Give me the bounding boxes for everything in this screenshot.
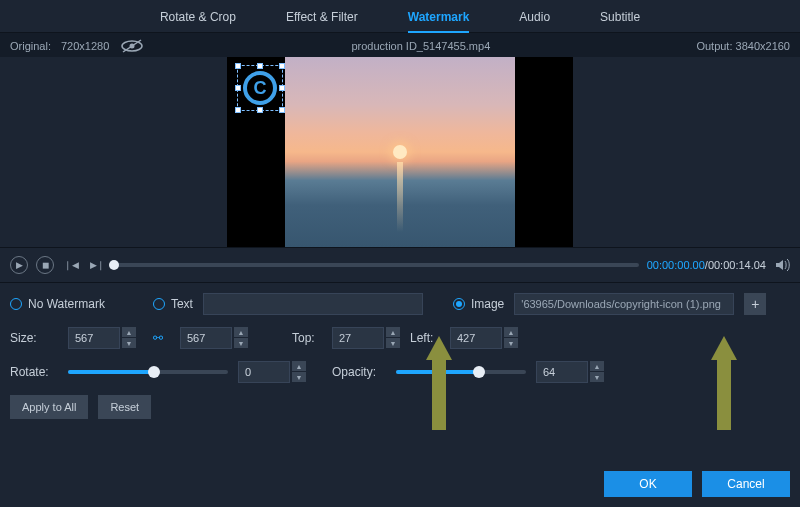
rotate-input[interactable]	[238, 361, 290, 383]
opacity-up[interactable]: ▲	[590, 361, 604, 371]
size-width-down[interactable]: ▼	[122, 338, 136, 348]
size-height-stepper[interactable]: ▲▼	[180, 327, 248, 349]
opacity-knob[interactable]	[473, 366, 485, 378]
size-height-up[interactable]: ▲	[234, 327, 248, 337]
tab-subtitle[interactable]: Subtitle	[600, 10, 640, 24]
rotate-slider[interactable]	[68, 370, 228, 374]
image-path-input[interactable]	[514, 293, 734, 315]
radio-image[interactable]: Image	[453, 297, 504, 311]
cancel-button[interactable]: Cancel	[702, 471, 790, 497]
left-input[interactable]	[450, 327, 502, 349]
volume-icon[interactable]	[774, 257, 790, 273]
watermark-overlay[interactable]: C	[237, 65, 283, 111]
time-total: 00:00:14.04	[708, 259, 766, 271]
stop-button[interactable]: ◼	[36, 256, 54, 274]
radio-no-watermark[interactable]: No Watermark	[10, 297, 105, 311]
tab-audio[interactable]: Audio	[519, 10, 550, 24]
filename: production ID_5147455.mp4	[351, 40, 490, 52]
output-value: 3840x2160	[736, 40, 790, 52]
opacity-input[interactable]	[536, 361, 588, 383]
info-bar: Original: 720x1280 production ID_5147455…	[0, 33, 800, 57]
size-width-input[interactable]	[68, 327, 120, 349]
preview-toggle-icon[interactable]	[119, 39, 145, 53]
top-up[interactable]: ▲	[386, 327, 400, 337]
tab-rotate-crop[interactable]: Rotate & Crop	[160, 10, 236, 24]
size-width-up[interactable]: ▲	[122, 327, 136, 337]
left-up[interactable]: ▲	[504, 327, 518, 337]
opacity-slider[interactable]	[396, 370, 526, 374]
size-width-stepper[interactable]: ▲▼	[68, 327, 136, 349]
left-label: Left:	[410, 331, 440, 345]
left-down[interactable]: ▼	[504, 338, 518, 348]
size-height-down[interactable]: ▼	[234, 338, 248, 348]
play-button[interactable]: ▶	[10, 256, 28, 274]
video-frame	[285, 57, 515, 247]
rotate-knob[interactable]	[148, 366, 160, 378]
ok-button[interactable]: OK	[604, 471, 692, 497]
rotate-down[interactable]: ▼	[292, 372, 306, 382]
text-watermark-input[interactable]	[203, 293, 423, 315]
left-stepper[interactable]: ▲▼	[450, 327, 518, 349]
top-input[interactable]	[332, 327, 384, 349]
reset-button[interactable]: Reset	[98, 395, 151, 419]
rotate-up[interactable]: ▲	[292, 361, 306, 371]
seek-track[interactable]	[114, 263, 639, 267]
output-label: Output:	[696, 40, 732, 52]
aspect-lock-icon[interactable]: ⚯	[148, 328, 168, 348]
tab-effect-filter[interactable]: Effect & Filter	[286, 10, 358, 24]
size-label: Size:	[10, 331, 58, 345]
time-current: 00:00:00.00	[647, 259, 705, 271]
opacity-stepper[interactable]: ▲▼	[536, 361, 604, 383]
original-label: Original:	[10, 40, 51, 52]
apply-to-all-button[interactable]: Apply to All	[10, 395, 88, 419]
seek-knob[interactable]	[109, 260, 119, 270]
top-stepper[interactable]: ▲▼	[332, 327, 400, 349]
video-preview[interactable]: C	[227, 57, 573, 247]
add-image-button[interactable]: +	[744, 293, 766, 315]
radio-text[interactable]: Text	[153, 297, 193, 311]
size-height-input[interactable]	[180, 327, 232, 349]
top-label: Top:	[292, 331, 322, 345]
prev-frame-button[interactable]: ❘◀	[62, 256, 80, 274]
opacity-down[interactable]: ▼	[590, 372, 604, 382]
rotate-stepper[interactable]: ▲▼	[238, 361, 306, 383]
time-display: 00:00:00.00/00:00:14.04	[647, 259, 766, 271]
rotate-label: Rotate:	[10, 365, 58, 379]
original-value: 720x1280	[61, 40, 109, 52]
next-frame-button[interactable]: ▶❘	[88, 256, 106, 274]
opacity-label: Opacity:	[332, 365, 386, 379]
tab-watermark[interactable]: Watermark	[408, 10, 470, 33]
top-down[interactable]: ▼	[386, 338, 400, 348]
copyright-icon: C	[243, 71, 277, 105]
